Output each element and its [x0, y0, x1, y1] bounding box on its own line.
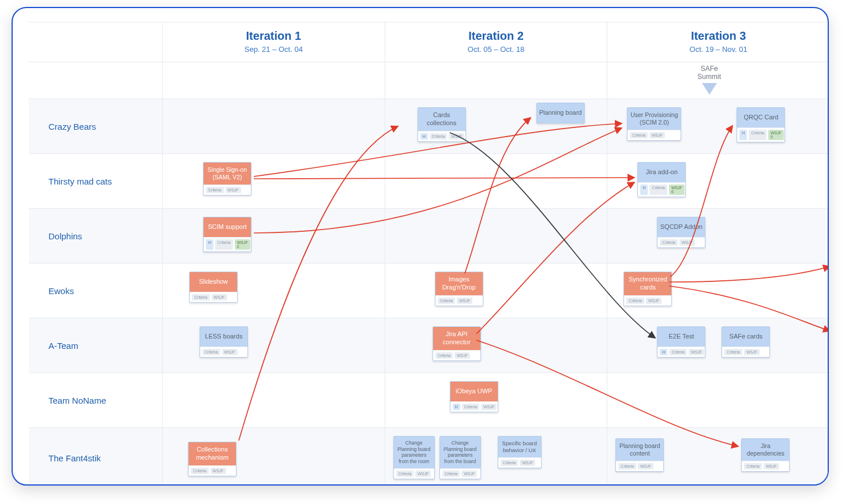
cell[interactable]: Jira API connector Criteria WSJF	[385, 318, 608, 373]
card-footer: Criteria WSJF	[628, 130, 681, 140]
card-jira-api-connector[interactable]: Jira API connector Criteria WSJF	[433, 326, 481, 361]
card-label: Collections mechanism	[189, 442, 236, 465]
card-label: Images Drag'n'Drop	[435, 272, 483, 295]
cell[interactable]: Synchronized cards Criteria WSJF	[607, 264, 829, 318]
team-name[interactable]: Ewoks	[29, 264, 163, 318]
cell[interactable]: Cards collections H Criteria WSJF Planni…	[385, 99, 608, 153]
card-less-boards[interactable]: LESS boards Criteria WSJF	[200, 326, 248, 358]
cell[interactable]: LESS boards Criteria WSJF	[163, 318, 385, 373]
card-label: SCIM support	[204, 217, 251, 237]
chip-h: H	[420, 133, 428, 140]
team-name[interactable]: The Fant4stik	[29, 428, 163, 486]
card-jira-addon[interactable]: Jira add-on H Criteria WSJF 6	[637, 162, 686, 197]
card-footer: Criteria WSJF	[722, 347, 769, 357]
team-name[interactable]: Thirsty mad cats	[29, 154, 163, 208]
cell[interactable]: SCIM support H Criteria WSJF 2	[163, 209, 385, 263]
chip-criteria: Criteria	[626, 298, 644, 304]
card-sso-saml[interactable]: Single Sign-on (SAML V2) Criteria WSJF	[203, 162, 251, 195]
iteration-dates: Sep. 21 – Oct. 04	[163, 45, 385, 54]
cell[interactable]: E2E Test H Criteria WSJF SAFe cards Crit…	[607, 318, 829, 373]
card-footer: Criteria WSJF	[498, 457, 541, 468]
card-jira-dependencies[interactable]: Jira dependencies Criteria WSJF	[741, 438, 790, 472]
card-footer: H Criteria WSJF	[658, 347, 705, 357]
card-footer: Criteria WSJF	[394, 468, 434, 479]
chip-wsjf6: WSJF 6	[669, 185, 685, 195]
card-footer: Criteria WSJF	[440, 468, 480, 479]
chip-criteria: Criteria	[669, 349, 687, 355]
chip-h: H	[206, 239, 213, 250]
cell[interactable]: Slideshow Criteria WSJF	[163, 264, 385, 318]
chip-h: H	[739, 130, 747, 140]
cell[interactable]	[163, 99, 385, 153]
chip-wsjf: WSJF	[457, 298, 472, 304]
card-synchronized-cards[interactable]: Synchronized cards Criteria WSJF	[623, 272, 672, 306]
chip-criteria: Criteria	[191, 468, 209, 474]
card-specific-board-ux[interactable]: Specific board behavior / UX Criteria WS…	[498, 436, 542, 468]
card-safe-cards[interactable]: SAFe cards Criteria WSJF	[722, 326, 770, 358]
chip-wsjf: WSJF	[454, 352, 470, 359]
card-qrqc[interactable]: QRQC Card H Criteria WSJF 5	[737, 107, 785, 142]
chip-h: H	[640, 185, 648, 195]
cell[interactable]: SQCDP Addon Criteria WSJF	[607, 209, 829, 263]
card-footer: Criteria WSJF	[433, 350, 480, 360]
chip-criteria: Criteria	[501, 460, 519, 466]
cell[interactable]: User Provisioning (SCIM 2.0) Criteria WS…	[607, 99, 829, 153]
chip-wsjf: WSJF	[689, 349, 704, 355]
card-cards-collections[interactable]: Cards collections H Criteria WSJF	[418, 107, 466, 142]
card-footer: H Criteria WSJF 5	[737, 127, 784, 142]
milestone-strip: SAFe Summit	[29, 62, 829, 99]
card-iobeya-uwp[interactable]: iObeya UWP H Criteria WSJF	[450, 381, 498, 412]
program-board-frame: Iteration 1 Sep. 21 – Oct. 04 Iteration …	[12, 7, 829, 486]
cell[interactable]: Jira add-on H Criteria WSJF 6	[607, 154, 829, 208]
milestone-spacer	[29, 62, 163, 99]
chip-wsjf: WSJF	[449, 133, 464, 140]
card-label: Jira add-on	[638, 163, 685, 182]
iteration-1-header[interactable]: Iteration 1 Sep. 21 – Oct. 04	[163, 22, 385, 62]
card-label: Specific board behavior / UX	[498, 437, 541, 457]
cell[interactable]: Change Planning board parameters from th…	[385, 428, 608, 486]
chip-wsjf: WSJF	[211, 468, 226, 474]
iteration-title: Iteration 3	[607, 29, 829, 43]
chip-wsjf: WSJF	[520, 460, 535, 466]
chip-wsjf: WSJF	[481, 404, 497, 410]
card-footer: H Criteria WSJF	[418, 131, 465, 141]
chip-criteria: Criteria	[192, 294, 210, 300]
milestone-cell-1	[163, 62, 385, 99]
iteration-2-header[interactable]: Iteration 2 Oct. 05 – Oct. 18	[385, 22, 608, 62]
milestone-cell-2	[385, 62, 608, 99]
card-images-dnd[interactable]: Images Drag'n'Drop Criteria WSJF	[435, 272, 483, 306]
chip-criteria: Criteria	[724, 349, 742, 355]
card-sqcdp-addon[interactable]: SQCDP Addon Criteria WSJF	[657, 217, 705, 248]
cell[interactable]	[607, 373, 829, 427]
team-name[interactable]: A-Team	[29, 318, 163, 373]
chip-wsjf: WSJF	[226, 187, 241, 193]
card-user-provisioning[interactable]: User Provisioning (SCIM 2.0) Criteria WS…	[627, 107, 681, 141]
card-label: User Provisioning (SCIM 2.0)	[628, 108, 681, 130]
card-footer: Criteria WSJF	[624, 295, 671, 306]
card-planning-board-content[interactable]: Planning board content Criteria WSJF	[615, 438, 664, 472]
milestone-safe-summit[interactable]: SAFe Summit	[697, 65, 721, 95]
chip-criteria: Criteria	[649, 185, 667, 195]
chip-wsjf5: WSJF 5	[768, 130, 784, 140]
cell[interactable]: Images Drag'n'Drop Criteria WSJF	[385, 264, 608, 318]
card-scim-support[interactable]: SCIM support H Criteria WSJF 2	[203, 217, 251, 252]
team-name[interactable]: Dolphins	[29, 209, 163, 263]
cell[interactable]: Single Sign-on (SAML V2) Criteria WSJF	[163, 154, 385, 208]
cell[interactable]	[385, 154, 608, 208]
chip-criteria: Criteria	[744, 463, 762, 469]
cell[interactable]: Collections mechanism Criteria WSJF	[163, 428, 385, 486]
card-e2e-test[interactable]: E2E Test H Criteria WSJF	[657, 326, 705, 358]
cell[interactable]: iObeya UWP H Criteria WSJF	[385, 373, 608, 427]
chip-criteria: Criteria	[618, 463, 636, 469]
cell[interactable]	[385, 209, 608, 263]
team-name[interactable]: Team NoName	[29, 373, 163, 427]
card-collections-mechanism[interactable]: Collections mechanism Criteria WSJF	[188, 442, 236, 476]
card-change-pb-room[interactable]: Change Planning board parameters from th…	[393, 436, 435, 479]
team-name[interactable]: Crazy Bears	[29, 99, 163, 153]
cell[interactable]	[163, 373, 385, 427]
card-planning-board[interactable]: Planning board	[536, 103, 585, 123]
card-slideshow[interactable]: Slideshow Criteria WSJF	[189, 272, 238, 303]
card-change-pb-board[interactable]: Change Planning board parameters from th…	[439, 436, 481, 479]
cell[interactable]: Planning board content Criteria WSJF Jir…	[607, 428, 829, 486]
iteration-3-header[interactable]: Iteration 3 Oct. 19 – Nov. 01	[607, 22, 829, 62]
